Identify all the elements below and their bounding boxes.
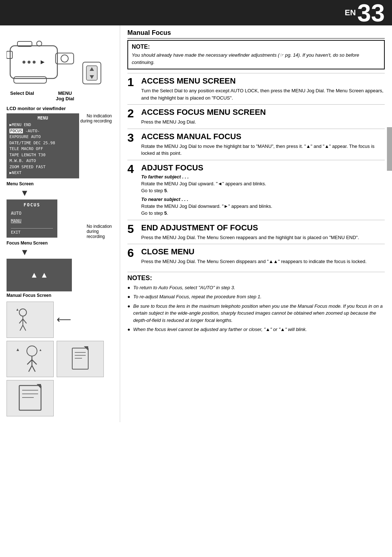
- step-3: 3 ACCESS MANUAL FOCUS Rotate the MENU Jo…: [127, 129, 385, 160]
- focus-menu-screen-row: Focus Menu Screen ▼: [7, 241, 116, 257]
- step-4-sub1-body: Rotate the MENU Jog Dial upward. "◄" app…: [141, 180, 385, 194]
- notes-section: NOTES: To return to Auto Focus, select "…: [127, 272, 385, 333]
- lcd-monitor-label: LCD monitor or viewfinder: [7, 106, 116, 111]
- svg-marker-39: [37, 384, 41, 389]
- step-3-content: ACCESS MANUAL FOCUS Rotate the MENU Jog …: [141, 129, 385, 160]
- svg-text:▲: ▲: [39, 348, 42, 352]
- step-1-heading: ACCESS MENU SCREEN: [141, 76, 385, 86]
- step-4-sub2-italic: To nearer subject . . .: [141, 197, 385, 202]
- bottom-images: ▲ ⟵ ▲ ▲: [7, 302, 116, 416]
- svg-rect-4: [7, 51, 12, 58]
- svg-rect-35: [19, 386, 41, 410]
- svg-point-8: [28, 61, 30, 64]
- manual-focus-screen-box: ▲ ▲: [7, 259, 72, 291]
- step-2-body: Press the MENU Jog Dial.: [141, 118, 385, 126]
- step-5-num: 5: [127, 220, 138, 244]
- manual-focus-screen-label: Manual Focus Screen: [7, 293, 116, 298]
- menu-screen-label: Menu Screen: [7, 181, 43, 186]
- step-2-content: ACCESS FOCUS MENU SCREEN Press the MENU …: [141, 105, 385, 129]
- svg-text:▲: ▲: [16, 347, 20, 352]
- step-3-num: 3: [127, 129, 138, 160]
- focus-menu-screen-label: Focus Menu Screen: [7, 241, 116, 246]
- step-2: 2 ACCESS FOCUS MENU SCREEN Press the MEN…: [127, 104, 385, 129]
- screen-label-row-2: FOCUS AUTO MANU EXIT No indicationduring…: [7, 199, 112, 239]
- step-6-content: CLOSE MENU Press the MENU Jog Dial. The …: [141, 244, 385, 268]
- doc-near-image: [7, 380, 54, 416]
- step-5-content: END ADJUSTMENT OF FOCUS Press the MENU J…: [141, 220, 385, 244]
- step-6-heading: CLOSE MENU: [141, 247, 385, 257]
- step-3-body: Rotate the MENU Jog Dial to move the hig…: [141, 143, 385, 157]
- jog-dial-box: [81, 58, 103, 88]
- step-5: 5 END ADJUSTMENT OF FOCUS Press the MENU…: [127, 220, 385, 244]
- menu-screen-box: MENU ▶MENU END FOCUS -AUTO- EXPOSURE AUT…: [7, 113, 79, 178]
- person-near-image: ▲ ▲: [7, 341, 54, 377]
- svg-point-9: [33, 61, 36, 64]
- side-gray-bar: [387, 127, 392, 171]
- menu-jog-dial-label: MENUJog Dial: [56, 90, 74, 101]
- main-layout: ▶ Select Dial MENUJog Dial LCD monitor o…: [0, 25, 392, 422]
- doc-far-image: [57, 341, 104, 377]
- step-6-num: 6: [127, 244, 138, 268]
- svg-line-19: [20, 325, 23, 331]
- camcorder-illustration: ▶: [7, 31, 77, 88]
- step-4-sub2-body: Rotate the MENU Jog Dial downward. "►" a…: [141, 203, 385, 217]
- note-item-3: Be sure to focus the lens in the maximum…: [127, 303, 385, 324]
- svg-point-15: [19, 309, 26, 316]
- step-4-num: 4: [127, 160, 138, 220]
- en-label: EN: [345, 8, 356, 17]
- svg-rect-5: [14, 77, 46, 83]
- person-far-image: ▲: [7, 302, 54, 338]
- step-5-heading: END ADJUSTMENT OF FOCUS: [141, 223, 385, 233]
- step-5-body: Press the MENU Jog Dial. The Menu Screen…: [141, 234, 385, 241]
- arrow-down-1: ▼: [7, 188, 43, 198]
- no-indication-1: No indicationduring recording: [80, 113, 112, 124]
- svg-point-2: [61, 55, 68, 62]
- svg-text:▶: ▶: [41, 59, 45, 65]
- step-4-sub1-italic: To farther subject . . .: [141, 174, 385, 179]
- step-4-heading: ADJUST FOCUS: [141, 163, 385, 173]
- svg-point-7: [23, 61, 25, 64]
- camcorder-area: ▶: [7, 31, 116, 88]
- svg-line-27: [32, 366, 35, 372]
- note-item-1: To return to Auto Focus, select "AUTO" i…: [127, 284, 385, 291]
- note-box: NOTE: You should already have made the n…: [127, 40, 385, 69]
- no-indication-2: No indicationduringrecording: [87, 224, 112, 239]
- step-1-num: 1: [127, 73, 138, 104]
- page-number: 33: [357, 0, 385, 25]
- select-dial-label: Select Dial: [10, 90, 34, 101]
- focus-menu-screen-box: FOCUS AUTO MANU EXIT: [7, 199, 57, 238]
- step-2-heading: ACCESS FOCUS MENU SCREEN: [141, 108, 385, 117]
- step-1-body: Turn the Select Dial to any position exc…: [141, 87, 385, 101]
- note-item-4: When the focus level cannot be adjusted …: [127, 326, 385, 333]
- svg-line-26: [29, 366, 32, 372]
- svg-line-24: [27, 360, 32, 364]
- step-3-heading: ACCESS MANUAL FOCUS: [141, 132, 385, 141]
- svg-rect-30: [72, 348, 88, 369]
- step-1: 1 ACCESS MENU SCREEN Turn the Select Dia…: [127, 73, 385, 104]
- notes-title: NOTES:: [127, 274, 385, 282]
- svg-line-18: [23, 319, 26, 323]
- right-column: Manual Focus NOTE: You should already ha…: [120, 25, 392, 422]
- note-body: You should already have made the necessa…: [132, 52, 380, 66]
- arrow-lr: ⟵: [57, 302, 71, 338]
- svg-line-17: [19, 319, 23, 323]
- notes-list: To return to Auto Focus, select "AUTO" i…: [127, 284, 385, 333]
- step-1-content: ACCESS MENU SCREEN Turn the Select Dial …: [141, 73, 385, 104]
- svg-point-22: [27, 346, 37, 356]
- svg-line-20: [23, 325, 26, 331]
- manual-focus-title: Manual Focus: [127, 29, 385, 39]
- select-dial-labels: Select Dial MENUJog Dial: [10, 90, 116, 101]
- step-6-body: Press the MENU Jog Dial. The Menu Screen…: [141, 258, 385, 265]
- menu-screen-row: Menu Screen ▼: [7, 181, 116, 199]
- step-2-num: 2: [127, 105, 138, 129]
- step-4: 4 ADJUST FOCUS To farther subject . . . …: [127, 160, 385, 220]
- arrow-down-2: ▼: [7, 247, 43, 257]
- note-item-2: To re-adjust Manual Focus, repeat the pr…: [127, 293, 385, 300]
- screen-label-row-1: MENU ▶MENU END FOCUS -AUTO- EXPOSURE AUT…: [7, 113, 112, 180]
- step-6: 6 CLOSE MENU Press the MENU Jog Dial. Th…: [127, 244, 385, 268]
- header-bar: EN 33: [0, 0, 392, 25]
- left-column: ▶ Select Dial MENUJog Dial LCD monitor o…: [0, 25, 120, 422]
- svg-line-25: [32, 360, 37, 364]
- jog-dial-svg: [81, 58, 103, 88]
- step-4-content: ADJUST FOCUS To farther subject . . . Ro…: [141, 160, 385, 220]
